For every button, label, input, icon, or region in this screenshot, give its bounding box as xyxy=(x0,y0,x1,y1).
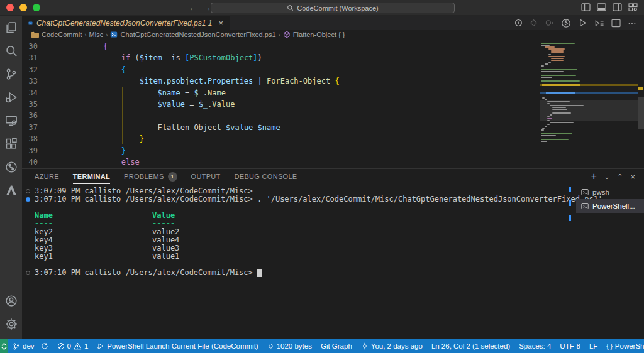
toggle-secondary-sidebar-icon[interactable] xyxy=(613,3,622,11)
run-file-icon[interactable] xyxy=(578,18,587,28)
minimap-line xyxy=(551,50,564,52)
line-number: 32 xyxy=(22,64,38,75)
minimap-line xyxy=(551,58,564,59)
remote-icon xyxy=(0,342,8,350)
tab-chatgpt-converter[interactable]: ChatGptGeneratedNestedJsonConverterFixed… xyxy=(22,16,230,30)
minimap[interactable] xyxy=(540,39,638,168)
run-with-profile-icon[interactable] xyxy=(561,18,571,28)
source-control-icon[interactable] xyxy=(0,62,22,85)
minimap-line xyxy=(550,114,552,116)
breadcrumb-workspace[interactable]: CodeCommit xyxy=(31,31,82,38)
git-branch-item[interactable]: dev xyxy=(8,339,53,353)
blame-item[interactable]: You, 2 days ago xyxy=(357,339,427,353)
terminal-output[interactable]: 3:07:09 PM callisto /Users/alex/CodeComm… xyxy=(22,185,575,339)
problems-badge: 1 xyxy=(168,172,177,182)
code-editor[interactable]: 3031323334353637383940 { if ($item -is [… xyxy=(22,39,644,168)
code-line xyxy=(85,110,340,121)
line-number: 34 xyxy=(22,87,38,99)
panel-tab-debug-console[interactable]: DEBUG CONSOLE xyxy=(235,169,297,184)
cursor-position-item[interactable]: Ln 26, Col 2 (1 selected) xyxy=(427,339,514,353)
toggle-sidebar-icon[interactable] xyxy=(581,3,591,11)
window-controls[interactable] xyxy=(6,4,40,11)
breadcrumb-folder[interactable]: Misc xyxy=(89,31,104,38)
run-above-icon[interactable] xyxy=(513,18,523,28)
debug-launch-item[interactable]: PowerShell Launch Current File (CodeComm… xyxy=(92,339,262,353)
command-center-search[interactable]: CodeCommit (Workspace) xyxy=(211,3,455,13)
editor-scrollbar[interactable] xyxy=(638,39,644,168)
panel-tab-output[interactable]: OUTPUT xyxy=(191,169,221,184)
terminal-list-item-powershell[interactable]: PowerShell... xyxy=(576,199,644,213)
close-window-button[interactable] xyxy=(6,4,14,11)
panel-tab-terminal[interactable]: TERMINAL xyxy=(73,169,110,184)
breadcrumb-symbol[interactable]: Flatten-Object { } xyxy=(283,31,345,38)
close-panel-icon[interactable]: × xyxy=(630,172,635,182)
code-content: { if ($item -is [PSCustomObject]) { $ite… xyxy=(85,41,340,168)
terminal-scroll-marks xyxy=(569,185,571,339)
customize-layout-icon[interactable] xyxy=(628,3,638,11)
minimap-line xyxy=(547,101,570,102)
toggle-panel-icon[interactable] xyxy=(597,3,606,11)
minimap-viewport[interactable] xyxy=(540,100,638,121)
tab-label: ChatGptGeneratedNestedJsonConverterFixed… xyxy=(36,19,213,28)
language-mode-item[interactable]: { } PowerShell xyxy=(602,339,644,353)
code-line: $name = $_.Name xyxy=(85,87,340,99)
breadcrumb: CodeCommit › Misc › ChatGptGeneratedNest… xyxy=(22,30,644,39)
run-debug-icon[interactable] xyxy=(0,85,22,109)
code-line: { xyxy=(85,64,340,75)
scrollbar-slider[interactable] xyxy=(638,97,644,129)
command-decoration[interactable] xyxy=(26,197,30,202)
bytes-item[interactable]: 1020 bytes xyxy=(263,339,316,353)
new-terminal-button[interactable]: + xyxy=(591,171,596,182)
code-line: $item.psobject.Properties | ForEach-Obje… xyxy=(85,75,340,87)
remote-explorer-icon[interactable] xyxy=(0,109,22,132)
command-decoration[interactable] xyxy=(26,189,30,193)
commit-icon xyxy=(361,342,369,350)
terminal-line: NameValue xyxy=(35,212,575,220)
search-icon[interactable] xyxy=(0,39,22,62)
terminal-icon xyxy=(581,202,589,210)
minimize-window-button[interactable] xyxy=(19,4,27,11)
activity-bar xyxy=(0,16,22,339)
panel-tab-azure[interactable]: AZURE xyxy=(35,169,59,184)
powershell-file-icon xyxy=(110,31,118,38)
problems-item[interactable]: 0 1 xyxy=(53,339,93,353)
extensions-icon[interactable] xyxy=(0,132,22,155)
breadcrumb-separator: › xyxy=(279,31,280,38)
maximize-panel-icon[interactable]: ⌃ xyxy=(617,173,623,181)
panel-tab-problems[interactable]: PROBLEMS1 xyxy=(124,169,177,184)
minimap-line xyxy=(541,71,564,72)
terminal-line: --------- xyxy=(35,220,575,228)
terminal-dropdown-icon[interactable]: ⌄ xyxy=(604,173,609,180)
indent-guide xyxy=(122,87,123,144)
zoom-window-button[interactable] xyxy=(33,4,40,11)
minimap-line xyxy=(541,77,552,78)
debug-step-icon[interactable] xyxy=(530,19,538,27)
remote-indicator[interactable] xyxy=(0,339,8,353)
tab-close-icon[interactable]: × xyxy=(218,18,223,28)
accounts-icon[interactable] xyxy=(0,289,22,312)
eol-item[interactable]: LF xyxy=(585,339,602,353)
braces-icon: { } xyxy=(606,343,612,350)
settings-gear-icon[interactable] xyxy=(0,312,22,335)
line-number: 33 xyxy=(22,75,38,87)
line-number: 35 xyxy=(22,99,38,110)
encoding-item[interactable]: UTF-8 xyxy=(555,339,585,353)
git-graph-item[interactable]: Git Graph xyxy=(316,339,357,353)
terminal-line: key3value3 xyxy=(35,244,575,253)
history-back-icon[interactable]: ← xyxy=(189,3,197,13)
more-actions-icon[interactable] xyxy=(628,19,636,28)
minimap-line xyxy=(541,135,556,136)
run-to-line-icon[interactable] xyxy=(545,19,554,27)
status-bar: dev 0 1 PowerShell Launch Current File (… xyxy=(0,339,644,353)
git-graph-icon[interactable] xyxy=(0,155,22,178)
indentation-item[interactable]: Spaces: 4 xyxy=(514,339,555,353)
terminal-list-item-pwsh[interactable]: pwsh xyxy=(576,185,644,199)
azure-icon[interactable] xyxy=(0,178,22,202)
split-editor-icon[interactable] xyxy=(611,19,621,28)
minimap-line xyxy=(548,48,565,50)
explorer-icon[interactable] xyxy=(0,16,22,39)
breadcrumb-file[interactable]: ChatGptGeneratedNestedJsonConverterFixed… xyxy=(110,31,275,38)
command-decoration[interactable] xyxy=(26,271,30,275)
run-below-icon[interactable] xyxy=(594,19,604,28)
terminal-line: key4value4 xyxy=(35,236,575,244)
